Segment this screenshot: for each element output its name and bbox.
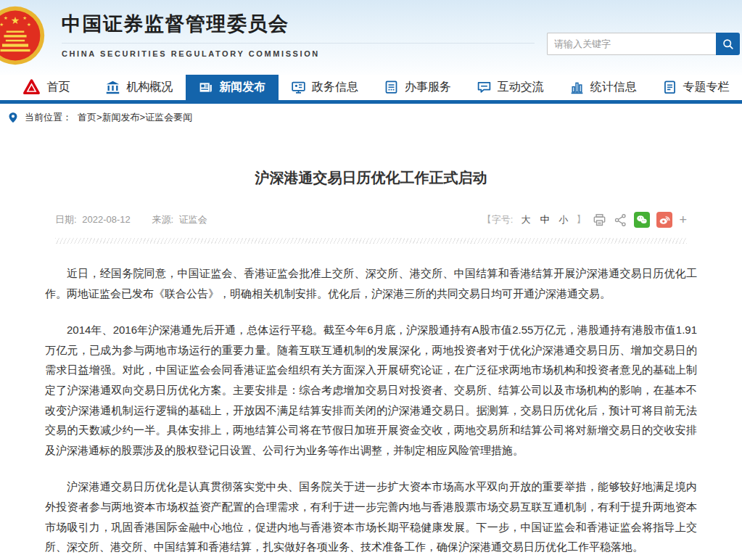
nav-item-home[interactable]: 首页 [0, 75, 93, 100]
nav-item-label: 统计信息 [590, 80, 637, 95]
source-label: 来源: [152, 214, 173, 225]
nav-item-label: 政务信息 [312, 80, 358, 95]
weibo-icon[interactable] [656, 212, 672, 228]
search-icon [721, 37, 735, 52]
nav-item-label: 办事服务 [405, 80, 451, 95]
site-header: ★ ★ ★ ★ ★ 中国证券监督管理委员会 CHINA SECURITIES R… [0, 0, 742, 75]
location-pin-icon [7, 112, 19, 123]
nav-item-label: 机构概况 [126, 80, 173, 95]
svg-text:★: ★ [4, 15, 8, 20]
nav-item-interaction[interactable]: 互动交流 [463, 75, 556, 100]
article-paragraph: 近日，经国务院同意，中国证监会、香港证监会批准上交所、深交所、港交所、中国结算和… [45, 263, 697, 303]
main-nav: 首页 机构概况 新闻发布 [0, 75, 742, 104]
date-label: 日期: [55, 214, 77, 225]
nav-item-special-topics[interactable]: 专题专栏 [649, 75, 742, 100]
nav-item-label: 新闻发布 [219, 80, 265, 95]
font-size-small[interactable]: 小 [558, 213, 568, 226]
nav-item-services[interactable]: 办事服务 [371, 75, 464, 100]
font-size-suffix: 】 [576, 213, 585, 226]
article-paragraph: 2014年、2016年沪深港通先后开通，总体运行平稳。截至今年6月底，沪深股通持… [45, 320, 697, 460]
source-value: 证监会 [179, 214, 207, 225]
nav-item-label: 首页 [46, 80, 70, 95]
font-size-medium[interactable]: 中 [540, 213, 549, 226]
breadcrumb-label: 当前位置： [25, 111, 72, 124]
monitor-icon [291, 80, 306, 95]
article-body: 近日，经国务院同意，中国证监会、香港证监会批准上交所、深交所、港交所、中国结算和… [45, 263, 697, 557]
article-paragraph: 沪深港通交易日历优化是认真贯彻落实党中央、国务院关于进一步扩大资本市场高水平双向… [45, 477, 697, 556]
site-title-block: 中国证券监督管理委员会 CHINA SECURITIES REGULATORY … [62, 11, 535, 58]
svg-text:★: ★ [0, 22, 4, 27]
search-button[interactable] [716, 33, 740, 55]
site-title-en: CHINA SECURITIES REGULATORY COMMISSION [62, 44, 535, 58]
svg-text:★: ★ [11, 15, 20, 26]
nav-item-statistics[interactable]: 统计信息 [556, 75, 649, 100]
nav-item-news[interactable]: 新闻发布 [186, 71, 279, 100]
search-box [547, 33, 740, 55]
article-meta-row: 日期: 2022-08-12 来源: 证监会 【字号: 大 中 小 】 [45, 212, 697, 228]
date-value: 2022-08-12 [82, 214, 131, 225]
hatched-divider [55, 238, 687, 244]
csrc-logo-icon [22, 78, 41, 96]
svg-text:★: ★ [22, 15, 27, 20]
article-tools: 【字号: 大 中 小 】 [482, 212, 687, 228]
font-size-large[interactable]: 大 [521, 213, 530, 226]
nav-item-label: 专题专栏 [683, 80, 730, 95]
topic-doc-icon [662, 80, 677, 95]
bar-chart-icon [569, 80, 585, 95]
svg-text:★: ★ [27, 22, 31, 27]
printer-icon[interactable] [592, 213, 607, 228]
nav-item-gov-info[interactable]: 政务信息 [279, 75, 371, 100]
article-title: 沪深港通交易日历优化工作正式启动 [45, 168, 697, 188]
breadcrumb-path[interactable]: 首页>新闻发布>证监会要闻 [78, 111, 192, 124]
newspaper-icon [198, 80, 213, 95]
breadcrumb: 当前位置： 首页>新闻发布>证监会要闻 [0, 104, 742, 131]
search-input[interactable] [547, 33, 716, 55]
share-icon[interactable] [614, 213, 627, 227]
national-emblem-icon: ★ ★ ★ ★ ★ [0, 6, 45, 65]
chat-bubble-icon [477, 80, 492, 95]
nav-item-label: 互动交流 [498, 80, 544, 95]
more-share-button[interactable]: + [679, 213, 687, 226]
nav-item-org-overview[interactable]: 机构概况 [93, 75, 186, 100]
service-doc-icon [384, 80, 399, 95]
wechat-icon[interactable] [634, 212, 650, 228]
font-size-prefix: 【字号: [482, 213, 514, 226]
article-meta: 日期: 2022-08-12 来源: 证监会 [55, 213, 210, 226]
site-title-cn: 中国证券监督管理委员会 [62, 11, 535, 44]
article: 沪深港通交易日历优化工作正式启动 日期: 2022-08-12 来源: 证监会 … [0, 168, 742, 557]
bank-icon [105, 80, 120, 95]
